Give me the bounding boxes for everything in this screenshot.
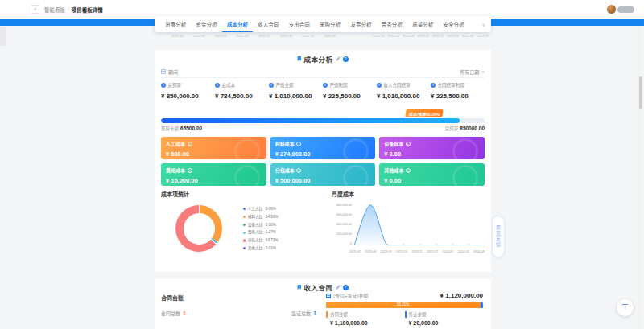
- edit-icon[interactable]: [336, 56, 341, 61]
- metric-label: 总预算: [168, 82, 182, 88]
- ghost-axis-label: 2022-02: [388, 34, 400, 38]
- ghost-axis-label: 2023-06: [447, 34, 459, 38]
- up-arrow-icon: ↑: [624, 305, 627, 311]
- ghost-axis-label: 2023-08: [280, 34, 292, 38]
- cost-card-value: ¥ 274,000.00: [275, 150, 371, 158]
- metric-card: 总预算 ¥ 850,000.00: [161, 82, 215, 100]
- date-range-dropdown[interactable]: 所有日期 ∨: [460, 68, 485, 76]
- legend-item: 分包占比 63.73%: [243, 236, 278, 245]
- arrow-right-icon: [406, 142, 411, 146]
- username-pill: [617, 6, 634, 13]
- breadcrumb-root[interactable]: 智能看板: [44, 6, 65, 14]
- analysis-tab[interactable]: 安全分析: [438, 16, 469, 32]
- ghost-axis-label: 2022-10: [302, 34, 314, 38]
- budget-progress-fill: [161, 118, 460, 123]
- metric-label: 产值利润: [330, 82, 348, 88]
- edit-icon[interactable]: [336, 285, 341, 290]
- ghost-axis-label: 2023-01: [215, 34, 227, 38]
- cost-category-card[interactable]: 人工成本 ¥ 500.00: [161, 137, 266, 159]
- ghost-axis-label: 2024-02: [477, 34, 489, 38]
- contract-bar-fill: 98.21%: [326, 302, 481, 308]
- coin-icon: [431, 83, 436, 88]
- chevron-down-icon[interactable]: ∨: [482, 22, 485, 27]
- budget-total: 总预算850000.00: [445, 125, 485, 132]
- ghost-axis-label: 2023-11: [418, 34, 429, 38]
- cost-category-card[interactable]: 分包成本 ¥ 500,000.00: [270, 163, 376, 186]
- ghost-axis-label: 2022-02: [193, 34, 205, 38]
- budget-progress-track: [161, 118, 485, 123]
- scrollbar-track: [638, 0, 639, 329]
- scrollbar-thumb[interactable]: [639, 76, 642, 109]
- date-range-value[interactable]: 所有日期: [460, 68, 479, 76]
- x-tick-label: 2023-07: [349, 250, 361, 253]
- cost-card-label: 设备成本: [384, 140, 403, 147]
- legend-dot: [243, 232, 246, 234]
- donut-legend: 人工占比 0.06%材料占比 34.93%设备占比 0.00%费用占比 1.27…: [243, 205, 278, 253]
- budget-remaining: 预算余额65500.00: [161, 125, 202, 132]
- analysis-tab[interactable]: 发票分析: [345, 16, 376, 32]
- cost-category-cards: 人工成本 ¥ 500.00 材料成本 ¥ 274,000.00 设备成本 ¥ 0…: [161, 137, 485, 186]
- y-tick-label: 0: [332, 242, 352, 245]
- metric-value: ¥ 225,500.00: [431, 93, 485, 100]
- help-icon[interactable]: [343, 56, 349, 62]
- cost-category-card[interactable]: 费用成本 ¥ 10,000.00: [161, 163, 266, 186]
- metric-label: 总成本: [222, 82, 236, 88]
- tab-list: 进度分析资金分析成本分析收入合同支出合同采购分析发票分析劳务分析质量分析安全分析: [160, 16, 469, 32]
- arrow-right-icon: [406, 168, 411, 173]
- y-tick-label: 200,000.00: [332, 232, 352, 236]
- y-tick-label: 800,000.00: [332, 204, 352, 207]
- contract-visa-amount-value: ¥ 1,120,000.00: [440, 292, 483, 299]
- ghost-axis-label: 2022-10: [237, 34, 249, 38]
- coin-icon: [215, 83, 220, 88]
- analysis-tab[interactable]: 质量分析: [407, 16, 438, 32]
- ghost-axis-label: 2022-10: [462, 34, 474, 38]
- arrow-right-icon: [188, 168, 192, 173]
- coin-icon: [161, 83, 166, 88]
- analysis-tab[interactable]: 采购分析: [315, 16, 345, 32]
- budget-progress-block: 成本/预算92.29% 预算余额65500.00 总预算850000.00: [161, 109, 485, 132]
- legend-item: 材料占比 34.93%: [243, 213, 278, 221]
- left-edge-artifact: [0, 27, 6, 46]
- analysis-tab[interactable]: 劳务分析: [377, 16, 407, 32]
- cost-card-label: 人工成本: [166, 140, 185, 147]
- cost-card-value: ¥ 10,000.00: [166, 177, 262, 184]
- help-icon[interactable]: [343, 285, 349, 290]
- arrow-right-icon: [296, 168, 301, 173]
- analysis-tab[interactable]: 资金分析: [191, 16, 221, 32]
- analysis-tab[interactable]: 成本分析: [222, 16, 253, 32]
- breadcrumb-separator: /: [68, 6, 69, 12]
- feedback-widget[interactable]: 意见反馈: [492, 216, 505, 257]
- y-tick-label: 400,000.00: [332, 223, 352, 226]
- contract-visa-amount-label: (合同+签证)金额: [333, 292, 369, 299]
- cost-budget-ratio-badge: 成本/预算92.29%: [405, 109, 444, 117]
- back-button[interactable]: ‹: [31, 5, 39, 14]
- y-tick-label: 600,000.00: [332, 213, 352, 216]
- x-tick-label: 2023-10: [396, 250, 407, 253]
- x-tick-label: 2023-09: [381, 250, 392, 253]
- cost-donut-chart: [175, 205, 222, 252]
- user-avatar[interactable]: [607, 5, 616, 14]
- back-to-top-button[interactable]: ↑: [617, 299, 634, 316]
- legend-dot: [243, 239, 246, 241]
- income-contract-section: 收入合同 合同台账 合同总数1签证总数1 (合同+签证)金额 ¥ 1,120,0…: [155, 279, 491, 329]
- bar-legend-item: 签证金额 ¥ 20,000.00: [405, 311, 484, 326]
- metric-value: ¥ 784,500.00: [215, 93, 269, 100]
- cost-category-card[interactable]: 设备成本 ¥ 0.00: [379, 137, 485, 159]
- metric-value: ¥ 1,010,000.00: [377, 93, 431, 100]
- analysis-tab[interactable]: 支出合同: [284, 16, 315, 32]
- x-tick-label: 2023-11: [411, 250, 423, 253]
- cost-item-stats-chart: 成本项统计 人工占比 0.06%材料占比 34.93%设备占比 0.00%费用占…: [161, 190, 332, 269]
- bookmark-icon: [297, 285, 301, 290]
- bookmark-icon: [297, 56, 301, 61]
- legend-dot: [243, 247, 246, 249]
- ghost-axis-label: 2024-01: [324, 34, 336, 38]
- metric-card: 产值金额 ¥ 1,010,000.00: [269, 82, 323, 100]
- x-axis-ticks: 2023-072023-082023-092023-102023-112023-…: [349, 250, 485, 253]
- monthly-cost-line: [354, 204, 485, 245]
- analysis-tab[interactable]: 进度分析: [160, 16, 191, 32]
- cost-card-value: ¥ 0.00: [384, 150, 480, 158]
- ghost-axis-label: 2020-12: [432, 34, 444, 38]
- cost-category-card[interactable]: 其他成本 ¥ 0.00: [379, 163, 485, 186]
- cost-category-card[interactable]: 材料成本 ¥ 274,000.00: [270, 137, 376, 159]
- analysis-tab[interactable]: 收入合同: [253, 16, 283, 32]
